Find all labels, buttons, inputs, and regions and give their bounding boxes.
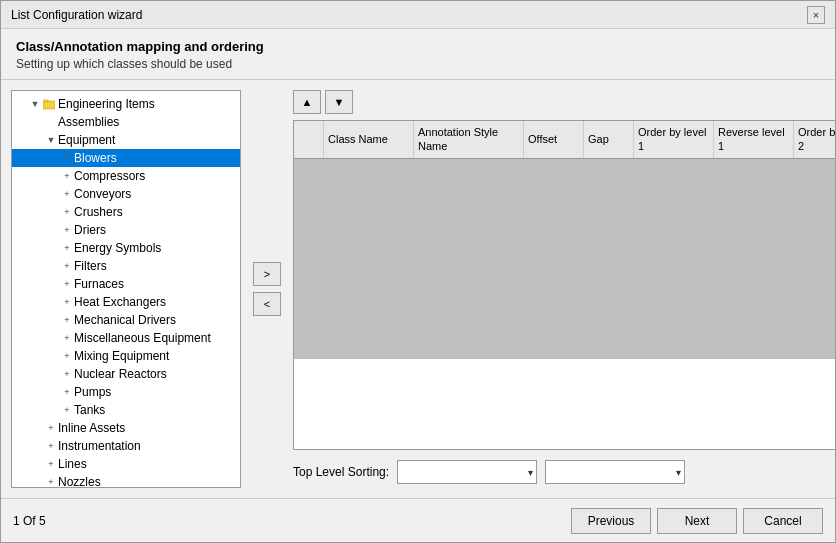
close-button[interactable]: × [807,6,825,24]
tree-label: Crushers [74,205,123,219]
expander: + [60,349,74,363]
expander: + [60,223,74,237]
tree-item-engineering-items[interactable]: ▼ Engineering Items [12,95,240,113]
previous-button[interactable]: Previous [571,508,651,534]
add-button[interactable]: > [253,262,281,286]
tree-item-energy-symbols[interactable]: + Energy Symbols [12,239,240,257]
expander: + [60,385,74,399]
folder-icon [42,97,56,111]
header-title: Class/Annotation mapping and ordering [16,39,820,54]
top-level-sorting-dropdown1[interactable] [397,460,537,484]
col-order-level1: Order by level 1 [634,121,714,158]
tree-label: Compressors [74,169,145,183]
header-subtitle: Setting up which classes should be used [16,57,820,71]
header-section: Class/Annotation mapping and ordering Se… [1,29,835,80]
col-reverse-level1: Reverse level 1 [714,121,794,158]
expander: + [60,205,74,219]
expander: + [60,331,74,345]
tree-item-nozzles[interactable]: + Nozzles [12,473,240,488]
tree-label: Filters [74,259,107,273]
cancel-button[interactable]: Cancel [743,508,823,534]
content-area: ▼ Engineering Items Assemblies [1,80,835,498]
tree-label: Assemblies [58,115,119,129]
expander: + [60,403,74,417]
tree-label: Furnaces [74,277,124,291]
tree-item-miscellaneous-equipment[interactable]: + Miscellaneous Equipment [12,329,240,347]
expander: + [60,151,74,165]
tree-item-lines[interactable]: + Lines [12,455,240,473]
page-indicator: 1 Of 5 [13,514,46,528]
expander [44,115,58,129]
tree-item-nuclear-reactors[interactable]: + Nuclear Reactors [12,365,240,383]
expander: + [60,277,74,291]
tree-label: Nuclear Reactors [74,367,167,381]
dropdown2-wrapper [545,460,685,484]
tree-item-mixing-equipment[interactable]: + Mixing Equipment [12,347,240,365]
tree-item-inline-assets[interactable]: + Inline Assets [12,419,240,437]
next-button[interactable]: Next [657,508,737,534]
tree-item-instrumentation[interactable]: + Instrumentation [12,437,240,455]
expander: + [60,295,74,309]
col-order-level2: Order by level 2 [794,121,835,158]
expander: + [60,367,74,381]
expander: + [60,313,74,327]
title-bar: List Configuration wizard × [1,1,835,29]
left-panel: ▼ Engineering Items Assemblies [11,90,241,488]
tree-label: Tanks [74,403,105,417]
tree-item-conveyors[interactable]: + Conveyors [12,185,240,203]
top-level-sorting-label: Top Level Sorting: [293,465,389,479]
col-annotation-style: Annotation Style Name [414,121,524,158]
tree-item-mechanical-drivers[interactable]: + Mechanical Drivers [12,311,240,329]
dialog: List Configuration wizard × Class/Annota… [0,0,836,543]
tree-item-pumps[interactable]: + Pumps [12,383,240,401]
tree-label: Heat Exchangers [74,295,166,309]
tree-item-compressors[interactable]: + Compressors [12,167,240,185]
tree-label: Miscellaneous Equipment [74,331,211,345]
tree-label: Blowers [74,151,117,165]
tree-item-blowers[interactable]: + Blowers [12,149,240,167]
tree-item-tanks[interactable]: + Tanks [12,401,240,419]
tree-label: Instrumentation [58,439,141,453]
tree-item-filters[interactable]: + Filters [12,257,240,275]
table-container[interactable]: Class Name Annotation Style Name Offset … [293,120,835,450]
expander: + [60,241,74,255]
tree-item-assemblies[interactable]: Assemblies [12,113,240,131]
tree-item-furnaces[interactable]: + Furnaces [12,275,240,293]
remove-button[interactable]: < [253,292,281,316]
col-gap: Gap [584,121,634,158]
middle-buttons: > < [249,90,285,488]
tree-label: Conveyors [74,187,131,201]
expander: + [60,187,74,201]
tree-container[interactable]: ▼ Engineering Items Assemblies [11,90,241,488]
tree-item-driers[interactable]: + Driers [12,221,240,239]
expander: + [44,439,58,453]
move-down-button[interactable]: ▼ [325,90,353,114]
dialog-title: List Configuration wizard [11,8,142,22]
dropdown1-wrapper [397,460,537,484]
tree-label: Inline Assets [58,421,125,435]
top-arrows: ▲ ▼ [293,90,835,114]
bottom-row: Top Level Sorting: [293,456,835,488]
right-panel: ▲ ▼ Class Name Annotation Style Name Off… [293,90,835,488]
tree-item-heat-exchangers[interactable]: + Heat Exchangers [12,293,240,311]
tree-label: Lines [58,457,87,471]
top-level-sorting-dropdown2[interactable] [545,460,685,484]
move-up-button[interactable]: ▲ [293,90,321,114]
tree-item-equipment[interactable]: ▼ Equipment [12,131,240,149]
expander: + [44,457,58,471]
expander: + [60,259,74,273]
expander: + [60,169,74,183]
tree-item-crushers[interactable]: + Crushers [12,203,240,221]
footer-buttons: Previous Next Cancel [571,508,823,534]
table-body [294,159,835,359]
svg-rect-1 [43,100,48,102]
tree-label: Driers [74,223,106,237]
tree-label: Pumps [74,385,111,399]
tree-label: Mechanical Drivers [74,313,176,327]
tree-label: Mixing Equipment [74,349,169,363]
tree-label: Energy Symbols [74,241,161,255]
footer: 1 Of 5 Previous Next Cancel [1,498,835,542]
expander: ▼ [44,133,58,147]
tree-label: Engineering Items [58,97,155,111]
col-check [294,121,324,158]
